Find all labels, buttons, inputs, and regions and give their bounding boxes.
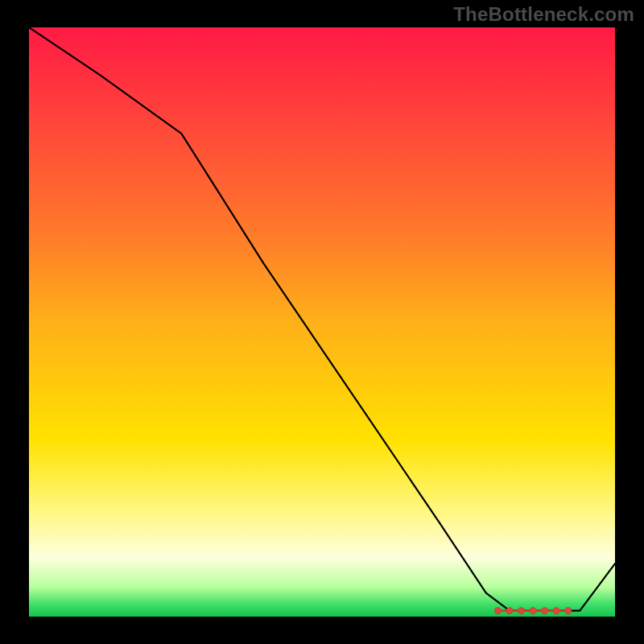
chart-svg — [29, 27, 615, 617]
optimal-marker — [565, 607, 572, 613]
chart-frame: TheBottleneck.com — [0, 0, 644, 644]
optimal-marker — [541, 607, 547, 613]
optimal-marker — [553, 607, 559, 613]
optimal-marker — [494, 607, 501, 613]
bottleneck-curve — [29, 27, 615, 611]
optimal-marker — [518, 607, 524, 613]
plot-area — [29, 27, 615, 617]
optimal-marker — [530, 607, 536, 613]
optimal-marker — [506, 607, 513, 613]
series-line-group — [29, 27, 615, 611]
watermark-text: TheBottleneck.com — [453, 3, 634, 26]
